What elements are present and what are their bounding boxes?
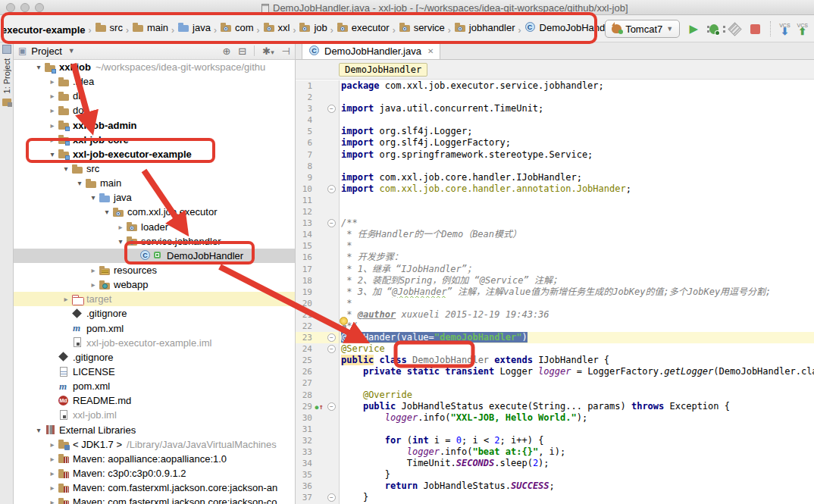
code-text[interactable]: * 3、加 “@JobHander” 注解，注解value值为新增任务生成的Jo… (340, 286, 814, 298)
tree-item-.gitignore[interactable]: .gitignore (14, 350, 295, 365)
fold-marker-icon[interactable] (326, 492, 338, 503)
code-text[interactable]: private static transient Logger logger =… (340, 366, 814, 377)
code-text[interactable]: logger.info("XXL-JOB, Hello World."); (340, 412, 814, 424)
tree-item-Maven-c3p0-c3p0-0.9.1.2[interactable]: ▸Maven: c3p0:c3p0:0.9.1.2 (14, 466, 295, 481)
code-text[interactable] (340, 161, 814, 172)
fold-marker-icon[interactable] (326, 343, 338, 355)
tree-expand-icon[interactable]: ▾ (47, 150, 58, 158)
tree-expand-icon[interactable]: ▸ (47, 484, 58, 492)
tree-expand-icon[interactable]: ▸ (61, 295, 71, 303)
vcs-commit-button[interactable]: VCS ⬆ (797, 23, 808, 35)
tool-window-icon[interactable] (2, 45, 11, 54)
code-text[interactable]: @Override (340, 390, 814, 401)
code-text[interactable]: * (340, 298, 814, 309)
tree-item-pom.xml[interactable]: mpom.xml (14, 321, 295, 336)
tree-expand-icon[interactable]: ▸ (47, 498, 58, 504)
breadcrumb-service[interactable]: service (399, 21, 445, 33)
tree-item-External-Libraries[interactable]: ▾External Libraries (14, 423, 295, 437)
fold-marker-icon[interactable] (326, 401, 338, 412)
code-text[interactable]: package com.xxl.job.executor.service.job… (340, 80, 814, 92)
code-text[interactable]: */ (340, 321, 814, 332)
collapse-all-icon[interactable]: ⊟ (238, 45, 246, 57)
breadcrumb-com[interactable]: com (220, 21, 254, 33)
editor-tab-demojobhandler[interactable]: C DemoJobHandler.java ✕ (302, 42, 440, 59)
breadcrumb-DemoJobHandler[interactable]: CDemoJobHandler (524, 21, 616, 33)
stop-button[interactable] (748, 22, 762, 36)
locate-icon[interactable]: ⊕ (222, 45, 230, 57)
fold-marker-icon[interactable] (326, 332, 338, 343)
tree-expand-icon[interactable]: ▾ (33, 63, 44, 71)
code-text[interactable] (340, 195, 814, 206)
tree-item-README.md[interactable]: MdREADME.md (14, 393, 295, 408)
hide-panel-icon[interactable]: ⊣ (282, 45, 290, 57)
code-text[interactable]: import com.xxl.job.core.handler.IJobHand… (340, 172, 814, 183)
breadcrumb-java[interactable]: java (177, 21, 211, 33)
tree-item-.gitignore[interactable]: .gitignore (14, 306, 295, 321)
close-tab-icon[interactable]: ✕ (427, 47, 434, 55)
tree-expand-icon[interactable]: ▸ (115, 223, 126, 231)
tree-item-com.xxl.job.executor[interactable]: ▾com.xxl.job.executor (14, 205, 295, 219)
tree-item-loader[interactable]: ▸loader (14, 220, 295, 234)
vcs-update-button[interactable]: VCS ⬇ (779, 23, 790, 35)
tree-item-DemoJobHandler[interactable]: CDemoJobHandler (14, 249, 295, 263)
tree-expand-icon[interactable]: ▾ (88, 193, 99, 202)
code-text[interactable]: for (int i = 0; i < 2; i++) { (340, 435, 814, 446)
tree-item-db[interactable]: ▸db (14, 89, 295, 103)
tree-item-webapp[interactable]: ▸webapp (14, 277, 295, 292)
run-configuration-select[interactable]: Tomcat7 ▼ (605, 20, 680, 38)
code-text[interactable]: * @author xuxueli 2015-12-19 19:43:36 (340, 309, 814, 321)
tree-item-.idea[interactable]: ▸.idea (14, 74, 295, 89)
tree-item-Maven-aopalliance-aopalliance-1.0[interactable]: ▸Maven: aopalliance:aopalliance:1.0 (14, 452, 295, 466)
code-text[interactable]: import org.springframework.stereotype.Se… (340, 149, 814, 161)
code-text[interactable]: @Service (340, 343, 814, 355)
fold-marker-icon[interactable] (326, 103, 338, 114)
code-text[interactable]: @JobHander(value="demoJobHandler") (340, 332, 814, 343)
run-button[interactable]: ▶ (687, 22, 700, 36)
code-editor[interactable]: 1package com.xxl.job.executor.service.jo… (296, 80, 814, 504)
tree-item-xxl-job[interactable]: ▾xxl-job ~/workspaces/idea-git-workspace… (14, 60, 295, 74)
code-text[interactable]: import com.xxl.job.core.handler.annotati… (340, 183, 814, 195)
code-text[interactable]: return JobHandleStatus.SUCCESS; (340, 481, 814, 492)
tree-item-main[interactable]: ▾main (14, 176, 295, 190)
tree-expand-icon[interactable]: ▸ (47, 440, 58, 449)
tree-item-doc[interactable]: ▸doc (14, 103, 295, 117)
breadcrumb-executor[interactable]: executor (337, 21, 390, 33)
breadcrumb-xxl[interactable]: xxl (263, 21, 290, 33)
breadcrumb-jobhandler[interactable]: jobhandler (454, 21, 515, 33)
tree-expand-icon[interactable]: ▾ (102, 208, 112, 216)
tree-expand-icon[interactable]: ▸ (47, 469, 58, 477)
close-window-icon[interactable] (6, 3, 15, 12)
overriding-method-icon[interactable]: ●↑ (312, 401, 326, 412)
tree-expand-icon[interactable]: ▸ (47, 106, 58, 114)
settings-gear-icon[interactable]: ✱▾ (262, 45, 274, 57)
project-tool-window-tab[interactable]: 1: Project (2, 58, 11, 93)
chevron-down-icon[interactable]: ▼ (68, 47, 75, 55)
tree-item-xxl-job-executor-example[interactable]: ▾xxl-job-executor-example (14, 147, 295, 161)
tree-item-service.jobhandler[interactable]: ▾service.jobhandler (14, 234, 295, 249)
tree-item-LICENSE[interactable]: LICENSE (14, 365, 295, 379)
tree-expand-icon[interactable]: ▸ (47, 136, 58, 144)
tree-expand-icon[interactable]: ▾ (61, 164, 71, 173)
tree-item-java[interactable]: ▾java (14, 190, 295, 205)
code-text[interactable]: public class DemoJobHandler extends IJob… (340, 355, 814, 366)
favorites-icon[interactable] (2, 99, 11, 106)
code-text[interactable]: import java.util.concurrent.TimeUnit; (340, 103, 814, 114)
tree-expand-icon[interactable]: ▸ (88, 266, 99, 274)
tree-item-resources[interactable]: ▸resources (14, 263, 295, 277)
tree-item-pom.xml[interactable]: mpom.xml (14, 379, 295, 393)
breadcrumb-executor-example[interactable]: executor-example (2, 24, 86, 36)
tree-item--JDK1.7-[interactable]: ▸< JDK1.7 > /Library/Java/JavaVirtualMac… (14, 437, 295, 452)
code-text[interactable]: } (340, 469, 814, 481)
tree-expand-icon[interactable]: ▸ (88, 280, 99, 289)
code-text[interactable]: import org.slf4j.LoggerFactory; (340, 137, 814, 149)
tree-item-target[interactable]: ▸target (14, 292, 295, 306)
code-text[interactable] (340, 92, 814, 103)
intention-lightbulb-icon[interactable] (340, 317, 348, 325)
code-text[interactable]: * 开发步骤： (340, 252, 814, 263)
code-text[interactable] (340, 424, 814, 435)
coverage-button[interactable] (728, 22, 741, 36)
tree-expand-icon[interactable]: ▸ (47, 455, 58, 463)
code-text[interactable]: } (340, 492, 814, 503)
tree-expand-icon[interactable]: ▸ (47, 92, 58, 100)
code-text[interactable] (340, 114, 814, 126)
